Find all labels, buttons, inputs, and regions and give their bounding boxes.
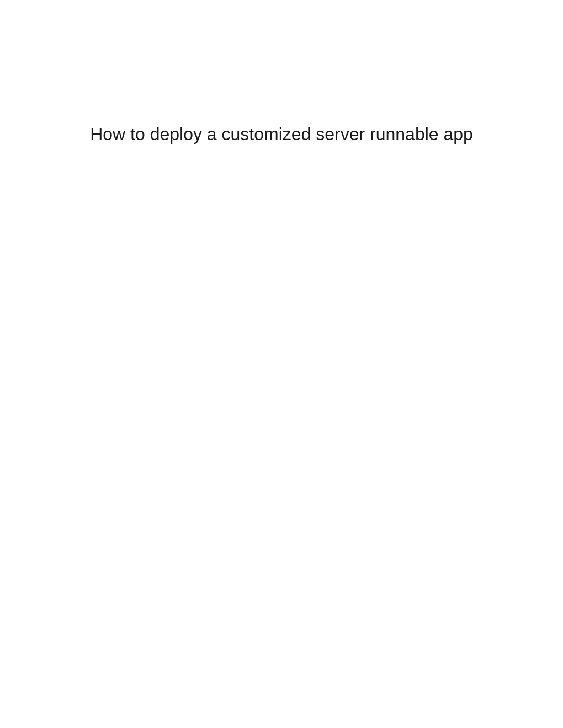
page-title: How to deploy a customized server runnab… <box>0 0 563 144</box>
document-page: How to deploy a customized server runnab… <box>0 0 563 728</box>
